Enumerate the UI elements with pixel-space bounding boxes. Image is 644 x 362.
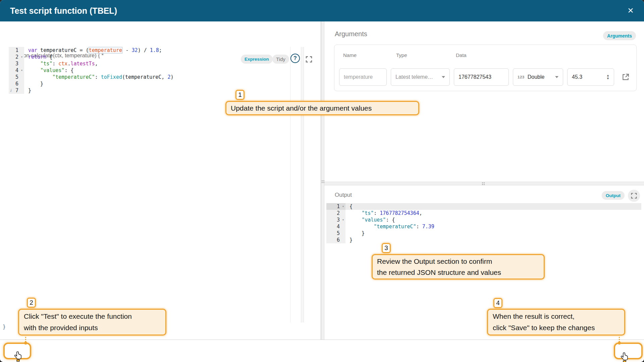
function-footer-brace: } [3, 324, 6, 330]
gutter: 3▾ [326, 217, 345, 223]
callout-1: Update the script and/or the argument va… [225, 101, 419, 115]
code-text: { [345, 203, 353, 210]
callout-2: Click "Test" to execute the function wit… [18, 309, 166, 336]
column-header-name: Name [343, 52, 357, 58]
gutter: 1 [9, 47, 24, 54]
gutter: 1▾ [326, 203, 345, 210]
code-line[interactable]: 2▾return { [0, 54, 321, 60]
fold-icon[interactable]: ▾ [19, 54, 24, 60]
callout-1-number: 1 [235, 90, 245, 100]
callout-4-number: 4 [493, 298, 502, 308]
code-line[interactable]: 4▾ "values": { [0, 67, 321, 74]
callout-3-text-line1: Review the Output section to confirm [377, 256, 539, 267]
close-icon[interactable]: × [625, 5, 636, 16]
code-line: 2 "ts": 1767782754364, [326, 210, 641, 217]
code-line: 6} [326, 237, 641, 243]
callout-4-connector-dot [618, 342, 621, 345]
code-text[interactable]: return { [24, 54, 52, 60]
fold-icon[interactable]: ▾ [341, 217, 345, 223]
editor-scrollbar[interactable] [301, 47, 304, 322]
code-text[interactable]: } [24, 87, 31, 94]
dialog-title: Test script function (TBEL) [10, 0, 117, 21]
code-line: 1▾{ [326, 203, 641, 210]
line-number: 4 [13, 67, 19, 74]
callout-3-number: 3 [382, 243, 391, 253]
gutter: 4 [326, 223, 345, 230]
callout-2-number: 2 [27, 298, 36, 308]
drag-handle-icon [482, 182, 485, 185]
code-text: "temperatureC": 7.39 [345, 223, 434, 230]
callout-2-connector [25, 335, 26, 342]
line-number: 3 [13, 60, 19, 67]
gutter: 2 [326, 210, 345, 217]
open-in-new-icon[interactable] [622, 73, 630, 81]
code-line[interactable]: i7} [0, 87, 321, 94]
vertical-splitter[interactable] [321, 21, 324, 340]
column-header-data: Data [456, 52, 467, 58]
line-number: 4 [330, 223, 341, 230]
argument-value: 45.3 [572, 74, 582, 80]
callout-4-text-line1: When the result is correct, [493, 311, 620, 322]
code-line[interactable]: 3 "ts": ctx.latestTs, [0, 60, 321, 67]
callout-1-text: Update the script and/or the argument va… [231, 103, 414, 114]
line-number: 6 [330, 237, 341, 243]
gutter: 2▾ [9, 54, 24, 60]
callout-3-text-line2: the returned JSON structure and values [377, 267, 539, 278]
info-icon: i [9, 87, 13, 94]
line-number: 5 [13, 74, 19, 80]
script-code-editor[interactable]: 1var temperatureC = (temperature - 32) /… [0, 47, 321, 94]
test-script-dialog: Test script function (TBEL) × function c… [0, 0, 644, 362]
argument-name-value: temperature [344, 74, 373, 80]
code-text: } [345, 230, 365, 237]
chevron-down-icon [442, 76, 445, 78]
code-text[interactable]: "ts": ctx.latestTs, [24, 60, 98, 67]
line-number: 5 [330, 230, 341, 237]
callout-4-connector [619, 335, 620, 342]
line-number: 6 [13, 80, 19, 87]
callout-2-text-line1: Click "Test" to execute the function [24, 311, 161, 322]
argument-name-input[interactable]: temperature [339, 68, 387, 86]
dialog-header: Test script function (TBEL) × [0, 0, 644, 21]
column-header-type: Type [396, 52, 407, 58]
gutter: i7 [9, 87, 24, 94]
code-text: "values": { [345, 217, 395, 223]
line-number: 2 [330, 210, 341, 217]
code-line[interactable]: 5 "temperatureC": toFixed(temperatureC, … [0, 74, 321, 80]
code-text[interactable]: "temperatureC": toFixed(temperatureC, 2) [24, 74, 174, 80]
output-badge: Output [602, 191, 625, 200]
argument-timestamp-input[interactable]: 17677827543 [454, 68, 509, 86]
fold-icon[interactable]: ▾ [341, 203, 345, 210]
argument-value-input[interactable]: 45.3 ▲▼ [567, 68, 614, 86]
spinner-down-icon: ▼ [606, 77, 609, 80]
argument-type-select[interactable]: Latest teleme… [391, 68, 450, 86]
code-text[interactable]: } [24, 80, 43, 87]
code-line: 4 "temperatureC": 7.39 [326, 223, 641, 230]
gutter: 4▾ [9, 67, 24, 74]
callout-3: Review the Output section to confirm the… [372, 254, 545, 280]
callout-2-connector-dot [24, 342, 27, 345]
number-stepper[interactable]: ▲▼ [606, 74, 609, 80]
output-title: Output [335, 192, 352, 198]
gutter: 5 [9, 74, 24, 80]
argument-timestamp-value: 17677827543 [459, 74, 491, 80]
callout-4: When the result is correct, click "Save"… [487, 309, 625, 336]
fullscreen-icon[interactable] [628, 190, 640, 202]
print-margin-line [290, 47, 290, 322]
drag-handle-icon [322, 180, 324, 183]
code-line: 3▾ "values": { [326, 217, 641, 223]
code-text: "ts": 1767782754364, [345, 210, 422, 217]
code-text[interactable]: "values": { [24, 67, 73, 74]
numeric-type-icon: 123 [518, 75, 525, 79]
code-line: 5 } [326, 230, 641, 237]
code-text[interactable]: var temperatureC = (temperature - 32) / … [24, 47, 162, 54]
line-number: 3 [330, 217, 341, 223]
code-line[interactable]: 6 } [0, 80, 321, 87]
code-line[interactable]: 1var temperatureC = (temperature - 32) /… [0, 47, 321, 54]
line-number: 7 [13, 87, 19, 94]
fold-icon[interactable]: ▾ [19, 67, 24, 74]
callout-2-text-line2: with the provided inputs [24, 322, 161, 334]
horizontal-splitter[interactable] [324, 182, 644, 185]
line-number: 2 [13, 54, 19, 60]
argument-value-type-select[interactable]: 123 Double [513, 68, 563, 86]
arguments-title: Arguments [335, 30, 367, 38]
